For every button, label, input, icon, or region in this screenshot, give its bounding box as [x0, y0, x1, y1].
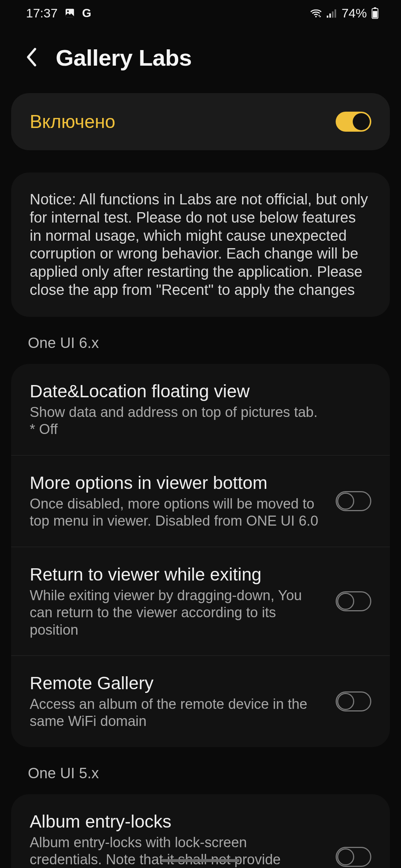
- setting-title: Remote Gallery: [30, 673, 321, 693]
- back-button[interactable]: [19, 45, 45, 71]
- setting-remote-gallery[interactable]: Remote Gallery Access an album of the re…: [11, 655, 390, 747]
- page-title: Gallery Labs: [56, 45, 192, 71]
- setting-title: Album entry-locks: [30, 811, 321, 832]
- setting-desc: Show data and address on top of pictures…: [30, 404, 371, 438]
- setting-desc: Album entry-locks with lock-screen crede…: [30, 834, 321, 868]
- setting-desc: While exiting viewer by dragging-down, Y…: [30, 587, 321, 638]
- toggle-return-viewer[interactable]: [336, 591, 371, 611]
- svg-rect-4: [329, 13, 331, 17]
- signal-icon: [327, 8, 337, 18]
- nav-handle[interactable]: [162, 859, 239, 862]
- svg-point-2: [315, 16, 317, 17]
- status-time: 17:37: [26, 6, 58, 20]
- section-header-oneui6: One UI 6.x: [0, 317, 401, 355]
- battery-icon: [371, 7, 379, 19]
- google-notif-icon: G: [82, 6, 91, 20]
- setting-date-location[interactable]: Date&Location floating view Show data an…: [11, 364, 390, 455]
- toggle-album-entry-locks[interactable]: [336, 847, 371, 867]
- wifi-icon: [310, 8, 322, 18]
- master-toggle[interactable]: [336, 112, 371, 132]
- svg-rect-6: [335, 9, 336, 17]
- toggle-remote-gallery[interactable]: [336, 691, 371, 711]
- master-toggle-card: Включено: [11, 93, 390, 150]
- setting-return-viewer[interactable]: Return to viewer while exiting While exi…: [11, 547, 390, 655]
- master-toggle-row[interactable]: Включено: [11, 93, 390, 150]
- setting-desc: Access an album of the remote device in …: [30, 696, 321, 730]
- svg-rect-9: [373, 11, 377, 18]
- toggle-more-options[interactable]: [336, 491, 371, 511]
- setting-title: Return to viewer while exiting: [30, 564, 321, 585]
- chevron-left-icon: [24, 47, 39, 69]
- svg-rect-5: [332, 11, 333, 18]
- setting-album-entry-locks[interactable]: Album entry-locks Album entry-locks with…: [11, 794, 390, 868]
- section-header-oneui5: One UI 5.x: [0, 747, 401, 785]
- svg-rect-3: [327, 16, 328, 18]
- app-header: Gallery Labs: [0, 26, 401, 93]
- setting-title: Date&Location floating view: [30, 381, 371, 401]
- setting-more-options-viewer[interactable]: More options in viewer bottom Once disab…: [11, 455, 390, 547]
- setting-desc: Once disabled, more options will be move…: [30, 495, 321, 530]
- svg-rect-8: [374, 7, 376, 9]
- gallery-notif-icon: [64, 7, 75, 19]
- settings-list-oneui6: Date&Location floating view Show data an…: [11, 364, 390, 747]
- status-bar: 17:37 G: [0, 0, 401, 26]
- battery-text: 74%: [342, 6, 367, 20]
- svg-point-1: [67, 10, 69, 12]
- notice-text: Notice: All functions in Labs are not of…: [30, 190, 371, 299]
- settings-list-oneui5: Album entry-locks Album entry-locks with…: [11, 794, 390, 868]
- setting-title: More options in viewer bottom: [30, 473, 321, 493]
- master-toggle-label: Включено: [30, 111, 115, 132]
- notice-card: Notice: All functions in Labs are not of…: [11, 172, 390, 317]
